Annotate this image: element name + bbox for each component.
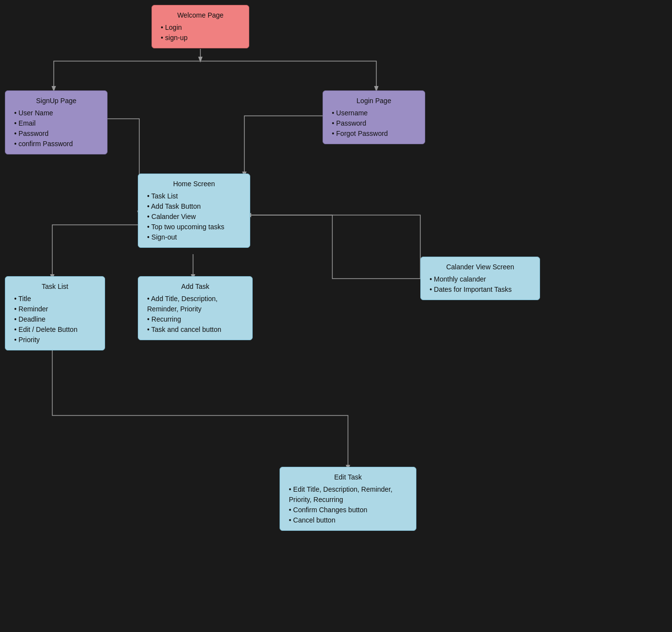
diagram-container: Welcome Page Login sign-up SignUp Page U… (0, 0, 672, 632)
list-item: Add Task Button (147, 201, 243, 212)
node-signup: SignUp Page User Name Email Password con… (5, 90, 108, 154)
list-item: Email (14, 118, 100, 129)
node-edittask-list: Edit Title, Description, Reminder, Prior… (287, 484, 409, 525)
node-welcome-title: Welcome Page (159, 10, 242, 21)
list-item: Dates for Important Tasks (430, 284, 533, 295)
list-item: sign-up (161, 33, 242, 43)
node-addtask-title: Add Task (145, 282, 245, 292)
node-edittask: Edit Task Edit Title, Description, Remin… (280, 467, 416, 531)
list-item: Edit Title, Description, Reminder, Prior… (289, 484, 409, 505)
list-item: Cancel button (289, 515, 409, 525)
node-tasklist-title: Task List (12, 282, 98, 292)
list-item: Username (332, 108, 418, 118)
node-addtask-list: Add Title, Description, Reminder, Priori… (145, 294, 245, 335)
node-edittask-title: Edit Task (287, 472, 409, 482)
node-welcome-list: Login sign-up (159, 22, 242, 43)
list-item: User Name (14, 108, 100, 118)
list-item: Deadline (14, 314, 98, 325)
node-signup-title: SignUp Page (12, 96, 100, 106)
list-item: Password (332, 118, 418, 129)
list-item: Recurring (147, 314, 245, 325)
node-login-title: Login Page (330, 96, 418, 106)
list-item: Edit / Delete Button (14, 325, 98, 335)
list-item: Sign-out (147, 232, 243, 242)
list-item: Priority (14, 335, 98, 345)
node-home-list: Task List Add Task Button Calander View … (145, 191, 243, 242)
list-item: Task List (147, 191, 243, 201)
list-item: Title (14, 294, 98, 304)
node-tasklist: Task List Title Reminder Deadline Edit /… (5, 276, 105, 350)
node-home-title: Home Screen (145, 179, 243, 189)
node-login: Login Page Username Password Forgot Pass… (323, 90, 425, 144)
node-tasklist-list: Title Reminder Deadline Edit / Delete Bu… (12, 294, 98, 345)
list-item: Task and cancel button (147, 325, 245, 335)
list-item: Top two upcoming tasks (147, 222, 243, 232)
node-calander-title: Calander View Screen (428, 262, 533, 272)
node-calander: Calander View Screen Monthly calander Da… (420, 257, 540, 300)
node-home: Home Screen Task List Add Task Button Ca… (138, 174, 250, 248)
node-calander-list: Monthly calander Dates for Important Tas… (428, 274, 533, 295)
list-item: Password (14, 129, 100, 139)
node-welcome: Welcome Page Login sign-up (152, 5, 249, 48)
node-signup-list: User Name Email Password confirm Passwor… (12, 108, 100, 149)
list-item: Login (161, 22, 242, 33)
node-addtask: Add Task Add Title, Description, Reminde… (138, 276, 253, 340)
list-item: Forgot Password (332, 129, 418, 139)
node-login-list: Username Password Forgot Password (330, 108, 418, 139)
list-item: confirm Password (14, 139, 100, 149)
list-item: Add Title, Description, Reminder, Priori… (147, 294, 245, 314)
list-item: Confirm Changes button (289, 505, 409, 515)
list-item: Monthly calander (430, 274, 533, 284)
list-item: Calander View (147, 212, 243, 222)
list-item: Reminder (14, 304, 98, 314)
